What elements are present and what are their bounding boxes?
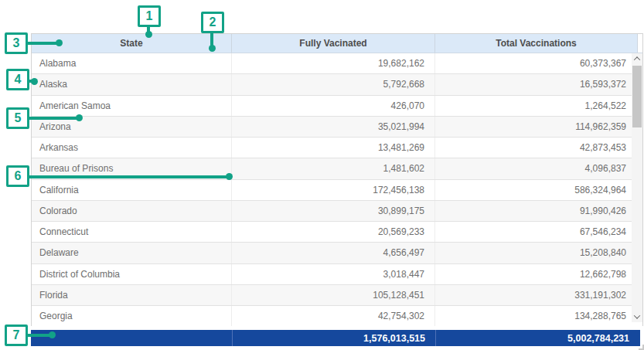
- fully-vaccinated-cell: 13,481,269: [232, 138, 435, 158]
- total-vaccinations-cell: 42,873,453: [435, 138, 642, 158]
- totals-fully-vaccinated-cell: 1,576,013,515: [232, 330, 435, 346]
- screenshot-canvas: State Fully Vacinated Total Vaccinations…: [0, 0, 644, 350]
- state-cell: Alabama: [32, 53, 232, 73]
- fully-vaccinated-cell: 3,018,447: [232, 264, 435, 284]
- fully-vaccinated-cell: 1,481,602: [232, 158, 435, 178]
- callout-3-dot: [56, 39, 63, 46]
- state-cell: American Samoa: [32, 96, 232, 116]
- table-row[interactable]: American Samoa 426,070 1,264,522: [32, 96, 642, 117]
- callout-1-marker: 1: [138, 5, 161, 27]
- chevron-up-icon: [634, 56, 640, 63]
- header-filler: [638, 34, 642, 53]
- callout-2-dot: [209, 45, 216, 52]
- state-cell: California: [32, 180, 232, 200]
- callout-5-line: [28, 117, 80, 120]
- fully-vaccinated-cell: 172,456,138: [232, 180, 435, 200]
- callout-7-dot: [49, 331, 56, 338]
- callout-2-marker: 2: [201, 12, 224, 33]
- totals-total-vaccinations-cell: 5,002,784,231: [435, 330, 640, 346]
- vertical-scrollbar[interactable]: [632, 53, 642, 322]
- table-row[interactable]: Arkansas 13,481,269 42,873,453: [32, 138, 642, 158]
- table-row[interactable]: Alaska 5,792,668 16,593,372: [32, 74, 642, 95]
- callout-7-marker: 7: [5, 325, 28, 346]
- table-body: Alabama 19,682,162 60,373,367 Alaska 5,7…: [32, 53, 642, 326]
- table-row[interactable]: Georgia 42,754,302 134,288,765: [32, 306, 642, 326]
- callout-5-dot: [76, 114, 83, 121]
- state-cell: Delaware: [32, 243, 232, 263]
- callout-6-dot: [226, 173, 233, 180]
- total-vaccinations-cell: 114,962,359: [435, 117, 642, 137]
- total-vaccinations-cell: 134,288,765: [435, 306, 642, 326]
- callout-1-dot: [145, 31, 152, 38]
- chevron-down-icon: [634, 312, 640, 318]
- fully-vaccinated-cell: 35,021,994: [232, 117, 435, 137]
- callout-4-marker: 4: [6, 69, 29, 90]
- state-cell: Connecticut: [32, 222, 232, 242]
- fully-vaccinated-cell: 30,899,175: [232, 201, 435, 221]
- total-vaccinations-cell: 12,662,798: [435, 264, 642, 284]
- totals-state-cell: [31, 330, 232, 346]
- total-vaccinations-cell: 1,264,522: [435, 96, 642, 116]
- total-vaccinations-cell: 60,373,367: [435, 53, 642, 73]
- fully-vaccinated-cell: 19,682,162: [232, 53, 435, 73]
- callout-4-dot: [31, 78, 38, 85]
- callout-3-marker: 3: [5, 32, 28, 54]
- column-header-fully-vaccinated[interactable]: Fully Vacinated: [232, 34, 435, 53]
- state-cell: District of Columbia: [32, 264, 232, 284]
- totals-row: 1,576,013,515 5,002,784,231: [31, 330, 640, 346]
- table-row[interactable]: Arizona 35,021,994 114,962,359: [32, 117, 642, 138]
- fully-vaccinated-cell: 42,754,302: [232, 306, 435, 326]
- state-cell: Colorado: [32, 201, 232, 221]
- state-cell: Georgia: [32, 306, 232, 326]
- table-row[interactable]: Connecticut 20,569,233 67,546,234: [32, 222, 642, 243]
- table-row[interactable]: California 172,456,138 586,324,964: [32, 180, 642, 201]
- callout-3-line: [26, 42, 60, 45]
- table-row[interactable]: Florida 105,128,451 331,191,302: [32, 285, 642, 306]
- vaccinations-table: State Fully Vacinated Total Vaccinations…: [31, 33, 643, 326]
- table-row[interactable]: Alabama 19,682,162 60,373,367: [32, 53, 642, 74]
- fully-vaccinated-cell: 426,070: [232, 96, 435, 116]
- fully-vaccinated-cell: 5,792,668: [232, 74, 435, 94]
- total-vaccinations-cell: 15,208,840: [435, 243, 642, 263]
- state-cell: Florida: [32, 285, 232, 305]
- table-row[interactable]: Delaware 4,656,497 15,208,840: [32, 243, 642, 263]
- column-header-total-vaccinations[interactable]: Total Vaccinations: [435, 34, 638, 53]
- callout-5-marker: 5: [6, 107, 29, 129]
- resize-grip[interactable]: [639, 345, 644, 350]
- table-row[interactable]: District of Columbia 3,018,447 12,662,79…: [32, 264, 642, 285]
- state-cell: Arkansas: [32, 138, 232, 158]
- callout-6-marker: 6: [6, 165, 29, 187]
- callout-6-line: [28, 175, 230, 178]
- total-vaccinations-cell: 4,096,837: [435, 158, 642, 178]
- fully-vaccinated-cell: 20,569,233: [232, 222, 435, 242]
- fully-vaccinated-cell: 105,128,451: [232, 285, 435, 305]
- table-row[interactable]: Colorado 30,899,175 91,990,426: [32, 201, 642, 222]
- scroll-down-button[interactable]: [632, 311, 642, 322]
- total-vaccinations-cell: 586,324,964: [435, 180, 642, 200]
- total-vaccinations-cell: 91,990,426: [435, 201, 642, 221]
- total-vaccinations-cell: 67,546,234: [435, 222, 642, 242]
- state-cell: Alaska: [32, 74, 232, 94]
- scrollbar-thumb[interactable]: [632, 66, 642, 127]
- total-vaccinations-cell: 16,593,372: [435, 74, 642, 94]
- total-vaccinations-cell: 331,191,302: [435, 285, 642, 305]
- fully-vaccinated-cell: 4,656,497: [232, 243, 435, 263]
- table-header-row: State Fully Vacinated Total Vaccinations: [32, 34, 642, 53]
- scroll-up-button[interactable]: [632, 53, 642, 64]
